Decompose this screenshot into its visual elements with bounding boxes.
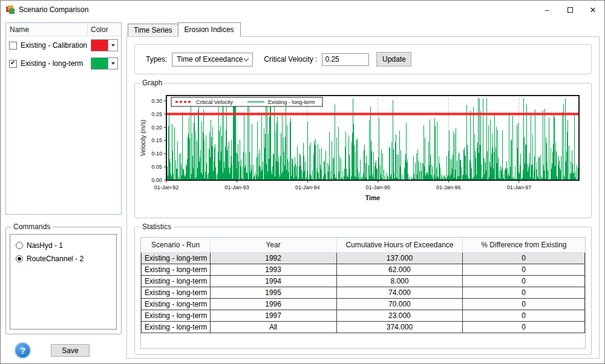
stats-cell: 1992 <box>210 252 336 264</box>
radio-icon[interactable] <box>16 242 23 249</box>
svg-text:01-Jan-94: 01-Jan-94 <box>295 184 320 190</box>
stats-cell: 62.000 <box>336 264 463 275</box>
scenario-row[interactable]: Existing - long-term <box>6 54 121 73</box>
critical-velocity-label: Critical Velocity : <box>264 55 317 63</box>
stats-cell: 1996 <box>210 298 336 310</box>
window-title: Scenario Comparison <box>19 5 88 14</box>
stats-column-header[interactable]: % Difference from Existing <box>463 238 585 252</box>
stats-cell: Existing - long-term <box>142 321 211 333</box>
color-column-header[interactable]: Color <box>87 23 121 36</box>
types-dropdown[interactable]: Time of Exceedance <box>172 53 253 67</box>
stats-row[interactable]: Existing - long-term 1995 74.000 0 <box>142 287 585 298</box>
triangle-down-icon <box>111 44 115 47</box>
svg-text:01-Jan-97: 01-Jan-97 <box>507 184 532 190</box>
statistics-grid: Scenario - Run Year Cumulative Hours of … <box>140 237 586 349</box>
scenario-label: Existing - Calibration <box>21 41 91 50</box>
commands-groupbox-label: Commands <box>11 223 53 231</box>
scenario-comparison-window: Scenario Comparison – ✕ Name Color Exist… <box>0 0 605 364</box>
svg-text:01-Jan-92: 01-Jan-92 <box>154 184 179 190</box>
erosion-chart: 0.000.050.100.150.200.250.3001-Jan-9201-… <box>139 92 586 202</box>
stats-cell: 374.000 <box>336 321 463 333</box>
commands-groupbox: Commands NasHyd - 1 RouteChannel - 2 <box>5 227 122 334</box>
command-option[interactable]: RouteChannel - 2 <box>16 252 111 265</box>
stats-cell: 74.000 <box>336 287 463 298</box>
erosion-indices-page: Types: Time of Exceedance Critical Veloc… <box>126 36 600 359</box>
commands-list: NasHyd - 1 RouteChannel - 2 <box>10 234 117 330</box>
help-button[interactable]: ? <box>15 342 31 359</box>
svg-text:01-Jan-93: 01-Jan-93 <box>224 184 249 190</box>
triangle-down-icon <box>111 62 115 65</box>
svg-text:0.25: 0.25 <box>151 111 162 117</box>
stats-cell: 0 <box>463 264 585 275</box>
stats-cell: 0 <box>463 321 585 333</box>
minimize-button[interactable]: – <box>535 1 558 19</box>
close-button[interactable]: ✕ <box>581 1 604 19</box>
name-column-header[interactable]: Name <box>6 23 87 36</box>
types-panel: Types: Time of Exceedance Critical Veloc… <box>134 44 592 74</box>
scenario-checkbox[interactable] <box>9 60 17 68</box>
stats-cell: 70.000 <box>336 298 463 310</box>
stats-cell: 1997 <box>210 310 336 321</box>
stats-row[interactable]: Existing - long-term All 374.000 0 <box>142 321 585 333</box>
stats-row[interactable]: Existing - long-term 1992 137.000 0 <box>142 252 585 264</box>
update-button[interactable]: Update <box>376 52 411 67</box>
save-button[interactable]: Save <box>51 344 90 357</box>
stats-cell: 23.000 <box>336 310 463 321</box>
types-label: Types: <box>146 55 167 63</box>
stats-cell: 8.000 <box>336 275 463 287</box>
stats-column-header[interactable]: Cumulative Hours of Exceedance <box>336 238 463 252</box>
stats-cell: Existing - long-term <box>142 264 211 275</box>
radio-icon[interactable] <box>16 255 23 262</box>
stats-cell: All <box>210 321 336 333</box>
stats-column-header[interactable]: Year <box>210 238 336 252</box>
stats-row[interactable]: Existing - long-term 1993 62.000 0 <box>142 264 585 275</box>
svg-text:0.15: 0.15 <box>151 137 162 143</box>
scenario-label: Existing - long-term <box>21 59 91 68</box>
tab-time-series[interactable]: Time Series <box>128 24 178 36</box>
command-option-label: RouteChannel - 2 <box>27 255 83 263</box>
scenario-list: Name Color Existing - Calibration Existi… <box>5 22 122 215</box>
stats-row[interactable]: Existing - long-term 1997 23.000 0 <box>142 310 585 321</box>
command-option[interactable]: NasHyd - 1 <box>16 239 111 252</box>
titlebar[interactable]: Scenario Comparison – ✕ <box>1 1 604 19</box>
critical-velocity-input[interactable] <box>322 53 369 66</box>
maximize-button[interactable] <box>558 1 581 19</box>
stats-column-header[interactable]: Scenario - Run <box>142 238 211 252</box>
stats-cell: Existing - long-term <box>142 298 211 310</box>
svg-text:Velocity (m/s): Velocity (m/s) <box>140 120 146 156</box>
svg-text:Critical Velocity: Critical Velocity <box>196 99 234 105</box>
stats-row[interactable]: Existing - long-term 1996 70.000 0 <box>142 298 585 310</box>
stats-cell: 0 <box>463 287 585 298</box>
svg-text:01-Jan-95: 01-Jan-95 <box>365 184 390 190</box>
svg-text:Existing - long-term: Existing - long-term <box>268 99 315 105</box>
color-swatch <box>91 57 108 70</box>
color-picker[interactable] <box>91 39 118 51</box>
stats-row[interactable]: Existing - long-term 1994 8.000 0 <box>142 275 585 287</box>
tab-erosion-indices[interactable]: Erosion Indices <box>178 22 241 37</box>
stats-cell: 1993 <box>210 264 336 275</box>
dropdown-arrow-icon[interactable] <box>108 39 118 51</box>
scenario-checkbox[interactable] <box>9 42 17 50</box>
svg-text:0.05: 0.05 <box>151 164 162 170</box>
maximize-icon <box>567 7 573 13</box>
dropdown-arrow-icon[interactable] <box>108 57 118 70</box>
main-area: Name Color Existing - Calibration Existi… <box>1 19 604 363</box>
window-controls: – ✕ <box>535 1 604 19</box>
color-swatch <box>91 39 108 51</box>
stats-cell: 0 <box>463 275 585 287</box>
scenario-row[interactable]: Existing - Calibration <box>6 36 121 54</box>
graph-groupbox: Graph 0.000.050.100.150.200.250.3001-Jan… <box>134 83 592 218</box>
svg-text:0.00: 0.00 <box>151 177 162 183</box>
statistics-groupbox-label: Statistics <box>140 223 174 231</box>
stats-cell: 0 <box>463 310 585 321</box>
graph-groupbox-label: Graph <box>140 79 165 87</box>
color-picker[interactable] <box>91 57 118 70</box>
svg-text:0.10: 0.10 <box>151 151 162 157</box>
types-dropdown-value: Time of Exceedance <box>177 55 243 63</box>
chevron-down-icon <box>244 56 249 60</box>
stats-cell: 0 <box>463 252 585 264</box>
stats-cell: 137.000 <box>336 252 463 264</box>
command-option-label: NasHyd - 1 <box>27 241 63 250</box>
app-icon <box>5 5 15 15</box>
stats-header-row: Scenario - Run Year Cumulative Hours of … <box>142 238 585 252</box>
